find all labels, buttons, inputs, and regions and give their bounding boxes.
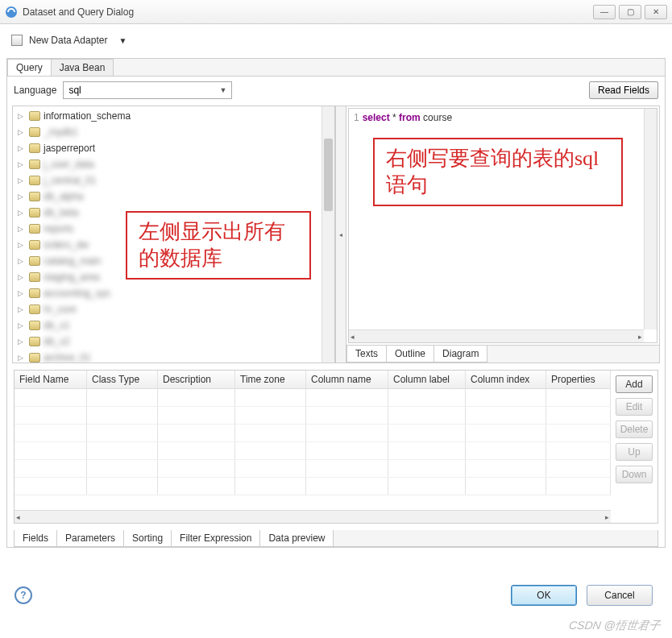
database-icon [29, 160, 40, 169]
cancel-button[interactable]: Cancel [587, 585, 653, 606]
delete-button[interactable]: Delete [616, 420, 653, 438]
database-icon [29, 143, 40, 153]
database-icon [29, 176, 40, 185]
tree-item[interactable]: ▷hr_core [13, 301, 334, 317]
adapter-dropdown-icon[interactable]: ▼ [118, 36, 127, 45]
up-button[interactable]: Up [616, 443, 653, 461]
table-row[interactable] [15, 389, 611, 407]
tree-item[interactable]: ▷db_x1 [13, 317, 334, 334]
expand-icon[interactable]: ▷ [18, 273, 26, 281]
table-row[interactable] [15, 425, 611, 442]
fields-hscroll[interactable] [15, 510, 611, 523]
tree-item[interactable]: ▷jasperreport [13, 140, 334, 156]
database-icon [29, 111, 40, 121]
table-row[interactable] [15, 460, 611, 478]
expand-icon[interactable]: ▷ [18, 144, 26, 152]
col-description[interactable]: Description [158, 371, 235, 388]
window-title: Dataset and Query Dialog [23, 6, 590, 18]
ok-button[interactable]: OK [511, 585, 577, 606]
expand-icon[interactable]: ▷ [18, 338, 26, 346]
tree-label: db_x1 [44, 320, 70, 331]
col-column-index[interactable]: Column index [466, 371, 546, 388]
tab-data-preview[interactable]: Data preview [260, 530, 334, 546]
tab-filter-expression[interactable]: Filter Expression [172, 530, 260, 546]
database-icon [29, 272, 40, 282]
tree-item[interactable]: ▷staging_area [13, 269, 334, 285]
tree-item[interactable]: ▷j_user_data [13, 156, 334, 172]
expand-icon[interactable]: ▷ [18, 176, 26, 184]
col-field-name[interactable]: Field Name [15, 371, 87, 388]
tree-label: hr_core [44, 304, 77, 315]
tree-item[interactable]: ▷j_central_01 [13, 172, 334, 188]
tree-item[interactable]: ▷db_x2 [13, 334, 334, 350]
tab-outline[interactable]: Outline [386, 346, 434, 362]
tree-item[interactable]: ▷archive_01 [13, 350, 334, 362]
tree-item[interactable]: ▷catalog_main [13, 253, 334, 269]
help-icon[interactable]: ? [15, 586, 32, 604]
maximize-button[interactable]: ▢ [619, 5, 641, 19]
database-icon [29, 192, 40, 201]
fields-side-buttons: Add Edit Delete Up Down [611, 371, 657, 523]
table-row[interactable] [15, 442, 611, 460]
close-button[interactable]: ✕ [645, 5, 667, 19]
tree-item[interactable]: ▷db_alpha [13, 188, 334, 205]
expand-icon[interactable]: ▷ [18, 160, 26, 168]
tab-sorting[interactable]: Sorting [124, 530, 172, 546]
database-icon [29, 353, 40, 362]
tree-label: db_beta [44, 207, 78, 218]
table-row[interactable] [15, 478, 611, 495]
expand-icon[interactable]: ▷ [18, 321, 26, 329]
edit-button[interactable]: Edit [616, 398, 653, 416]
col-column-name[interactable]: Column name [306, 371, 388, 388]
sql-editor[interactable]: 1 select * from course 右侧写要查询的表的sql语句 [348, 108, 657, 343]
tree-label: orders_dw [44, 239, 89, 251]
language-value: sql [68, 85, 81, 96]
expand-icon[interactable]: ▷ [18, 354, 26, 362]
tree-item[interactable]: ▷accounting_sys [13, 285, 334, 301]
tab-query[interactable]: Query [7, 59, 52, 76]
col-properties[interactable]: Properties [546, 371, 611, 388]
splitter-handle[interactable] [335, 106, 346, 362]
expand-icon[interactable]: ▷ [18, 225, 26, 233]
tab-fields[interactable]: Fields [15, 530, 57, 546]
tree-scrollbar[interactable] [321, 106, 334, 362]
expand-icon[interactable]: ▷ [18, 112, 26, 120]
table-row[interactable] [15, 407, 611, 425]
expand-icon[interactable]: ▷ [18, 209, 26, 217]
expand-icon[interactable]: ▷ [18, 193, 26, 201]
expand-icon[interactable]: ▷ [18, 128, 26, 136]
expand-icon[interactable]: ▷ [18, 289, 26, 297]
tab-java-bean[interactable]: Java Bean [51, 59, 114, 76]
fields-header: Field Name Class Type Description Time z… [15, 371, 611, 389]
tab-diagram[interactable]: Diagram [433, 346, 487, 362]
expand-icon[interactable]: ▷ [18, 257, 26, 265]
editor-hscroll[interactable] [349, 329, 644, 342]
tree-label: j_user_data [44, 159, 94, 170]
tree-item[interactable]: ▷orders_dw [13, 237, 334, 253]
expand-icon[interactable]: ▷ [18, 241, 26, 249]
minimize-button[interactable]: — [593, 5, 616, 19]
language-select[interactable]: sql ▼ [63, 81, 232, 99]
expand-icon[interactable]: ▷ [18, 305, 26, 313]
tab-texts[interactable]: Texts [346, 346, 387, 362]
tree-item[interactable]: ▷reports [13, 221, 334, 237]
editor-pane: 1 select * from course 右侧写要查询的表的sql语句 Te… [346, 106, 659, 362]
editor-vscroll[interactable] [644, 109, 657, 329]
col-time-zone[interactable]: Time zone [235, 371, 306, 388]
add-button[interactable]: Add [616, 375, 653, 393]
app-icon [5, 6, 18, 19]
line-number: 1 [354, 112, 359, 123]
fields-table[interactable]: Field Name Class Type Description Time z… [15, 371, 611, 523]
col-column-label[interactable]: Column label [388, 371, 466, 388]
down-button[interactable]: Down [616, 466, 653, 483]
schema-tree[interactable]: ▷information_schema▷_mydb1▷jasperreport▷… [13, 106, 334, 362]
tree-item[interactable]: ▷_mydb1 [13, 124, 334, 140]
fields-body[interactable] [15, 389, 611, 510]
read-fields-button[interactable]: Read Fields [589, 81, 658, 99]
adapter-label[interactable]: New Data Adapter [29, 35, 107, 46]
tree-item[interactable]: ▷information_schema [13, 108, 334, 124]
tree-item[interactable]: ▷db_beta [13, 205, 334, 221]
sql-keyword: from [399, 112, 421, 123]
col-class-type[interactable]: Class Type [87, 371, 158, 388]
tab-parameters[interactable]: Parameters [57, 530, 124, 546]
